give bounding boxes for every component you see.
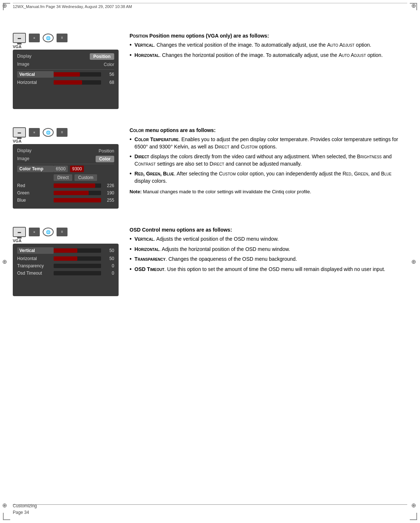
bar-blue: 255 (54, 198, 114, 203)
globe-icon-3: 🌐 (43, 228, 54, 236)
bullet-item-osd-vertical: • Vertical. Adjusts the vertical positio… (130, 236, 407, 243)
tab-row-1: Display Position (17, 53, 114, 59)
color-temp-values: 6500 9300 (54, 166, 114, 172)
title-position: Position Position menu options (VGA only… (130, 33, 407, 39)
btn-direct[interactable]: Direct (54, 174, 72, 181)
bullet-item: • Horizontal. Changes the horizontal pos… (130, 52, 407, 59)
row-vertical-1: Vertical 56 (17, 71, 114, 78)
label-osd-transparency: Transparency (17, 263, 54, 268)
section-osd: ▬ ≡ 🌐 ⠿ VGA Vertical 50 (13, 227, 407, 296)
reg-mark-bl (2, 502, 9, 508)
bullets-position: • Vertical. Changes the vertical positio… (130, 42, 407, 59)
value-osd-transparency: 0 (104, 263, 114, 268)
bullet-dot: • (130, 52, 132, 58)
osd-panel-2: Display Position Image Color Color Temp (13, 144, 119, 209)
text-area-2: Color menu options are as follows: • Col… (130, 127, 407, 195)
spacer-3 (17, 278, 114, 293)
dots-icon-2: ⠿ (57, 128, 68, 137)
bullet-item-osd-transparency: • Transparency. Changes the opaqueness o… (130, 256, 407, 263)
value-osd-horizontal: 50 (104, 256, 114, 261)
fill-osd-horizontal (54, 256, 77, 261)
value-osd-vertical: 50 (104, 248, 114, 253)
bullets-osd: • Vertical. Adjusts the vertical positio… (130, 236, 407, 273)
header-text: 12WX_Manual.fm Page 34 Wednesday, August… (13, 4, 132, 9)
btn-9300[interactable]: 9300 (70, 166, 84, 172)
bullet-dot: • (130, 236, 132, 242)
panel-position: ▬ ≡ 🌐 ⠿ VGA Display Position Image (13, 33, 122, 109)
reg-mark-mr (411, 258, 418, 265)
tab-image-2[interactable]: Image (17, 156, 54, 161)
bullet-item-direct: • Direct displays the colors directly fr… (130, 153, 407, 167)
menu-icon-3: ≡ (29, 228, 40, 236)
bullet-dot: • (130, 266, 132, 272)
bullet-dot: • (130, 154, 132, 159)
value-blue: 255 (104, 198, 114, 203)
bullet-dot: • (130, 42, 132, 48)
corner-bl (3, 513, 10, 520)
bar-osd-horizontal: 50 (54, 256, 114, 261)
row-direct-custom: Direct Custom (17, 174, 114, 181)
icon-bar-2: ▬ ≡ 🌐 ⠿ (13, 127, 122, 137)
text-area-1: Position Position menu options (VGA only… (130, 33, 407, 62)
bar-red: 226 (54, 183, 114, 188)
label-color-temp: Color Temp (17, 166, 54, 172)
track-blue (54, 198, 101, 202)
bar-green: 190 (54, 190, 114, 195)
bullet-dot: • (130, 171, 132, 177)
tab-display-1[interactable]: Display (17, 54, 54, 59)
tab-image-1[interactable]: Image (17, 62, 54, 67)
value-green: 190 (104, 190, 114, 195)
icon-bar-1: ▬ ≡ 🌐 ⠿ (13, 33, 122, 43)
tab-row-3: Display Position (17, 148, 114, 154)
section-position: ▬ ≡ 🌐 ⠿ VGA Display Position Image (13, 33, 407, 109)
tab-color-2[interactable]: Color (96, 156, 114, 162)
bar-vertical-1: 56 (54, 72, 114, 77)
spacer-1 (17, 87, 114, 105)
tab-row-4: Image Color (17, 156, 114, 162)
dots-icon-3: ⠿ (57, 228, 68, 236)
track-vertical-1 (54, 72, 101, 77)
globe-icon-2: 🌐 (43, 128, 54, 137)
dots-icon-1: ⠿ (57, 34, 68, 42)
btn-custom[interactable]: Custom (74, 174, 97, 181)
title-osd: OSD Control menu options are as follows: (130, 227, 407, 233)
value-horizontal-1: 68 (104, 80, 114, 85)
tab-color-1[interactable]: Color (104, 62, 114, 67)
tab-position-2[interactable]: Position (99, 148, 114, 154)
reg-mark-tr (411, 2, 418, 9)
reg-mark-ml (2, 258, 9, 265)
fill-osd-vertical (54, 248, 77, 253)
fill-vertical-1 (54, 72, 80, 77)
bar-osd-transparency: 0 (54, 263, 114, 268)
bar-horizontal-1: 68 (54, 80, 114, 85)
section-color: ▬ ≡ 🌐 ⠿ VGA Display Position Image (13, 127, 407, 209)
btn-6500[interactable]: 6500 (54, 166, 68, 172)
bullet-item-color-temp: • Color Temperature. Enables you to adju… (130, 136, 407, 150)
label-vertical-1: Vertical (17, 71, 54, 78)
label-blue: Blue (17, 198, 54, 203)
text-area-3: OSD Control menu options are as follows:… (130, 227, 407, 276)
bullet-dot: • (130, 136, 132, 142)
footer-text: Customizing Page 34 (13, 503, 37, 516)
track-osd-horizontal (54, 256, 101, 261)
tab-row-2: Image Color (17, 61, 114, 67)
footer-divider (13, 504, 407, 505)
panel-color: ▬ ≡ 🌐 ⠿ VGA Display Position Image (13, 127, 122, 209)
menu-icon-2: ≡ (29, 128, 40, 137)
tab-display-2[interactable]: Display (17, 148, 54, 153)
tab-position-1[interactable]: Position (90, 53, 114, 60)
fill-horizontal-1 (54, 80, 82, 85)
divider-1a (17, 69, 114, 70)
label-horizontal-1: Horizontal (17, 80, 54, 85)
track-osd-timeout (54, 271, 101, 275)
bullet-item-osd-timeout: • OSD Timeout. Use this option to set th… (130, 266, 407, 273)
value-osd-timeout: 0 (104, 271, 114, 276)
track-osd-transparency (54, 264, 101, 268)
reg-mark-tl (2, 2, 9, 9)
footer-line1: Customizing (13, 503, 37, 508)
globe-icon-1: 🌐 (43, 34, 54, 42)
row-osd-horizontal: Horizontal 50 (17, 256, 114, 261)
bullet-item-rgb: • Red, Green, Blue. After selecting the … (130, 170, 407, 185)
bar-osd-timeout: 0 (54, 271, 114, 276)
title-color: Color menu options are as follows: (130, 127, 407, 133)
